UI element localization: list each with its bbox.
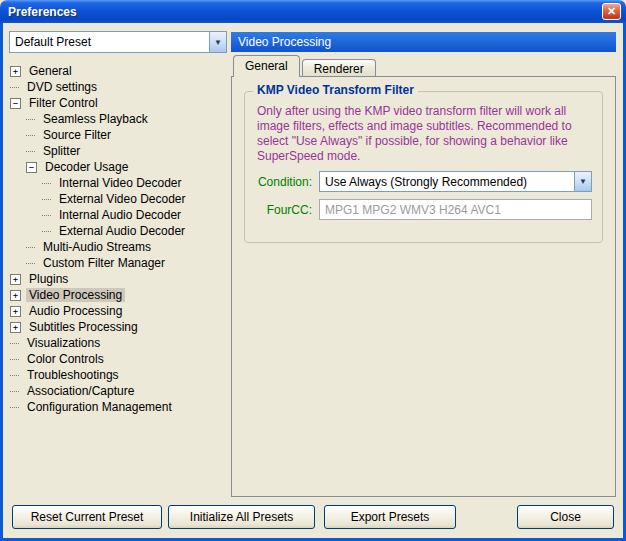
tree-item-label[interactable]: Subtitles Processing	[26, 320, 141, 334]
tree-item[interactable]: DVD settings	[10, 79, 228, 95]
tree-item-label[interactable]: Seamless Playback	[40, 112, 151, 126]
tree-item[interactable]: Custom Filter Manager	[10, 255, 228, 271]
tree-item[interactable]: Configuration Management	[10, 399, 228, 415]
condition-dropdown-value: Use Always (Strongly Recommended)	[320, 172, 574, 191]
titlebar: Preferences ✕	[0, 0, 626, 23]
tree-item[interactable]: Multi-Audio Streams	[10, 239, 228, 255]
tree-item[interactable]: Seamless Playback	[10, 111, 228, 127]
tree-leaf-dash-icon	[10, 343, 19, 344]
tree-leaf-dash-icon	[42, 183, 51, 184]
tree-leaf-dash-icon	[10, 407, 19, 408]
tree-leaf-dash-icon	[26, 247, 35, 248]
tab-bar: General Renderer	[233, 57, 378, 77]
condition-row: Condition: Use Always (Strongly Recommen…	[255, 171, 592, 192]
tree-leaf-dash-icon	[26, 151, 35, 152]
preferences-tree: +GeneralDVD settings−Filter ControlSeaml…	[10, 63, 228, 494]
fourcc-row: FourCC: MPG1 MPG2 WMV3 H264 AVC1	[255, 199, 592, 220]
tree-item[interactable]: +General	[10, 63, 228, 79]
tree-item-label[interactable]: Association/Capture	[24, 384, 137, 398]
tree-item-label[interactable]: Source Filter	[40, 128, 114, 142]
close-button[interactable]: ✕	[602, 3, 621, 20]
tree-item[interactable]: External Audio Decoder	[10, 223, 228, 239]
tab-page-general: KMP Video Transform Filter Only after us…	[231, 76, 616, 497]
condition-dropdown[interactable]: Use Always (Strongly Recommended) ▼	[319, 171, 592, 192]
tree-leaf-dash-icon	[26, 119, 35, 120]
tree-leaf-dash-icon	[10, 375, 19, 376]
fourcc-field[interactable]: MPG1 MPG2 WMV3 H264 AVC1	[319, 199, 592, 220]
tree-item-label[interactable]: Video Processing	[26, 288, 125, 302]
export-presets-button[interactable]: Export Presets	[324, 505, 456, 529]
tree-item[interactable]: −Decoder Usage	[10, 159, 228, 175]
fourcc-label: FourCC:	[255, 203, 319, 217]
condition-label: Condition:	[255, 175, 319, 189]
tree-item[interactable]: Visualizations	[10, 335, 228, 351]
tree-item[interactable]: +Video Processing	[10, 287, 228, 303]
tree-item[interactable]: Color Controls	[10, 351, 228, 367]
tree-item-label[interactable]: Configuration Management	[24, 400, 175, 414]
tree-item-label[interactable]: Troubleshootings	[24, 368, 122, 382]
preset-dropdown[interactable]: Default Preset ▼	[9, 31, 227, 53]
tree-item[interactable]: Internal Video Decoder	[10, 175, 228, 191]
tree-item-label[interactable]: Filter Control	[26, 96, 101, 110]
expand-icon[interactable]: +	[10, 322, 21, 333]
tree-item-label[interactable]: External Audio Decoder	[56, 224, 188, 238]
expand-icon[interactable]: +	[10, 66, 21, 77]
collapse-icon[interactable]: −	[26, 162, 37, 173]
tree-leaf-dash-icon	[10, 359, 19, 360]
tree-leaf-dash-icon	[42, 199, 51, 200]
tree-item[interactable]: +Plugins	[10, 271, 228, 287]
collapse-icon[interactable]: −	[10, 98, 21, 109]
tree-item-label[interactable]: Audio Processing	[26, 304, 125, 318]
tree-item-label[interactable]: Custom Filter Manager	[40, 256, 168, 270]
tree-leaf-dash-icon	[26, 135, 35, 136]
tree-item-label[interactable]: General	[26, 64, 75, 78]
tree-item-label[interactable]: Multi-Audio Streams	[40, 240, 154, 254]
tree-item-label[interactable]: Splitter	[40, 144, 83, 158]
expand-icon[interactable]: +	[10, 306, 21, 317]
panel-header: Video Processing	[231, 32, 616, 52]
tab-general[interactable]: General	[233, 55, 300, 77]
tree-item-label[interactable]: Plugins	[26, 272, 71, 286]
kmp-video-transform-filter-group: KMP Video Transform Filter Only after us…	[244, 91, 603, 243]
tree-item-label[interactable]: Decoder Usage	[42, 160, 131, 174]
tree-leaf-dash-icon	[42, 231, 51, 232]
tree-item[interactable]: +Audio Processing	[10, 303, 228, 319]
preferences-window: Preferences ✕ Default Preset ▼ +GeneralD…	[0, 0, 626, 541]
tree-item[interactable]: −Filter Control	[10, 95, 228, 111]
dialog-body: Default Preset ▼ +GeneralDVD settings−Fi…	[0, 23, 626, 541]
close-button-footer[interactable]: Close	[517, 505, 614, 529]
reset-current-preset-button[interactable]: Reset Current Preset	[12, 505, 162, 529]
tree-leaf-dash-icon	[42, 215, 51, 216]
tree-item-label[interactable]: Internal Audio Decoder	[56, 208, 184, 222]
group-title: KMP Video Transform Filter	[253, 83, 418, 97]
tree-leaf-dash-icon	[10, 391, 19, 392]
expand-icon[interactable]: +	[10, 290, 21, 301]
close-icon: ✕	[607, 5, 616, 17]
preset-dropdown-value: Default Preset	[10, 32, 209, 52]
tree-item[interactable]: Association/Capture	[10, 383, 228, 399]
chevron-down-icon[interactable]: ▼	[574, 172, 591, 191]
expand-icon[interactable]: +	[10, 274, 21, 285]
tree-item-label[interactable]: Internal Video Decoder	[56, 176, 185, 190]
tree-item-label[interactable]: External Video Decoder	[56, 192, 189, 206]
initialize-all-presets-button[interactable]: Initialize All Presets	[168, 505, 315, 529]
tree-leaf-dash-icon	[10, 87, 19, 88]
tree-item[interactable]: +Subtitles Processing	[10, 319, 228, 335]
tree-item[interactable]: External Video Decoder	[10, 191, 228, 207]
chevron-down-icon[interactable]: ▼	[209, 32, 226, 52]
tree-item[interactable]: Troubleshootings	[10, 367, 228, 383]
group-description: Only after using the KMP video transform…	[257, 104, 590, 164]
window-title: Preferences	[8, 5, 602, 19]
tree-item-label[interactable]: DVD settings	[24, 80, 100, 94]
tree-item-label[interactable]: Visualizations	[24, 336, 103, 350]
tree-item-label[interactable]: Color Controls	[24, 352, 107, 366]
tree-item[interactable]: Source Filter	[10, 127, 228, 143]
tree-leaf-dash-icon	[26, 263, 35, 264]
tree-item[interactable]: Internal Audio Decoder	[10, 207, 228, 223]
tree-item[interactable]: Splitter	[10, 143, 228, 159]
